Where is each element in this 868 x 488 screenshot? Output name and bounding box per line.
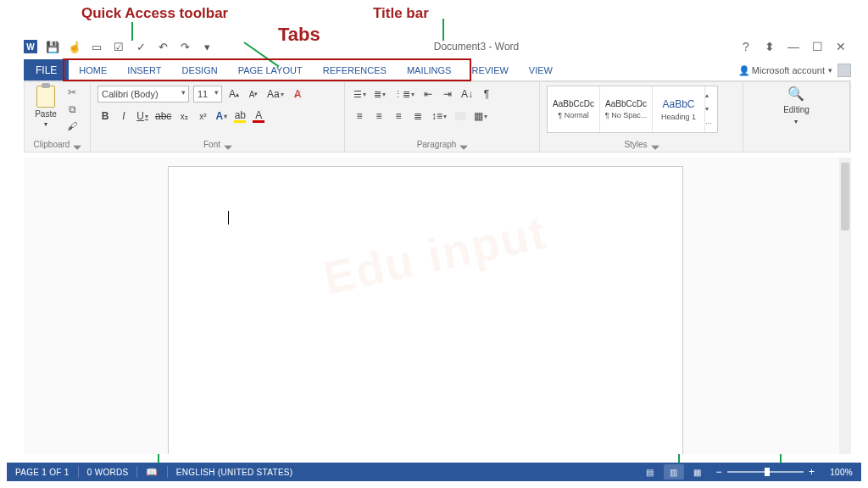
group-editing: 🔍 Editing ▾ bbox=[743, 82, 850, 152]
font-size-dropdown[interactable]: 11 bbox=[193, 86, 222, 103]
tab-mailings[interactable]: MAILINGS bbox=[397, 59, 462, 80]
tab-review[interactable]: REVIEW bbox=[461, 59, 518, 80]
editing-label-text: Editing bbox=[783, 105, 810, 114]
ribbon-display-button[interactable]: ⬍ bbox=[760, 39, 780, 54]
zoom-out-button[interactable]: − bbox=[716, 466, 722, 478]
numbering-button[interactable]: ≣▾ bbox=[372, 86, 387, 103]
qa-touch-mode-button[interactable]: ☝ bbox=[66, 39, 83, 54]
copy-button[interactable]: ⧉ bbox=[65, 103, 79, 116]
align-right-button[interactable]: ≡ bbox=[391, 108, 406, 125]
document-area bbox=[24, 158, 851, 454]
qa-open-button[interactable]: ☑ bbox=[110, 39, 127, 54]
account-icon: 👤 bbox=[738, 65, 748, 75]
font-color-button[interactable]: A bbox=[251, 108, 266, 125]
title-bar: W 💾 ☝ ▭ ☑ ✓ ↶ ↷ ▾ Document3 - Word ? ⬍ —… bbox=[24, 37, 851, 56]
align-center-button[interactable]: ≡ bbox=[371, 108, 387, 125]
word-icon: W bbox=[24, 40, 37, 53]
minimize-button[interactable]: — bbox=[783, 39, 804, 54]
tab-references[interactable]: REFERENCES bbox=[313, 59, 397, 80]
bullets-button[interactable]: ☰▾ bbox=[352, 86, 368, 103]
borders-button[interactable]: ▦▾ bbox=[472, 108, 489, 125]
status-language[interactable]: ENGLISH (UNITED STATES) bbox=[168, 468, 302, 477]
qa-undo-button[interactable]: ↶ bbox=[154, 39, 171, 54]
tab-file[interactable]: FILE bbox=[24, 59, 69, 80]
font-launcher[interactable]: ◢ bbox=[223, 139, 233, 149]
clear-formatting-button[interactable]: A̷ bbox=[290, 86, 305, 103]
tab-insert[interactable]: INSERT bbox=[117, 59, 171, 80]
grow-font-button[interactable]: A▴ bbox=[226, 86, 242, 103]
underline-button[interactable]: U▾ bbox=[135, 108, 150, 125]
view-web-layout-button[interactable]: ▦ bbox=[687, 464, 708, 480]
tab-page-layout[interactable]: PAGE LAYOUT bbox=[228, 59, 313, 80]
highlight-button[interactable]: ab bbox=[232, 108, 248, 125]
maximize-button[interactable]: ☐ bbox=[807, 39, 827, 54]
style-heading1[interactable]: AaBbC Heading 1 bbox=[653, 86, 705, 132]
view-read-mode-button[interactable]: ▤ bbox=[640, 464, 660, 480]
increase-indent-button[interactable]: ⇥ bbox=[440, 86, 455, 103]
status-page[interactable]: PAGE 1 OF 1 bbox=[7, 468, 78, 477]
change-case-button[interactable]: Aa▾ bbox=[265, 86, 286, 103]
subscript-button[interactable]: x₂ bbox=[176, 108, 192, 125]
document-page[interactable] bbox=[168, 166, 683, 454]
text-effects-button[interactable]: A▾ bbox=[214, 108, 229, 125]
help-button[interactable]: ? bbox=[736, 39, 756, 54]
text-cursor bbox=[228, 211, 229, 225]
group-styles: AaBbCcDc ¶ Normal AaBbCcDc ¶ No Spac... … bbox=[540, 82, 743, 152]
strikethrough-button[interactable]: abc bbox=[153, 108, 173, 125]
decrease-indent-button[interactable]: ⇤ bbox=[420, 86, 436, 103]
document-title: Document3 - Word bbox=[220, 41, 732, 53]
show-marks-button[interactable]: ¶ bbox=[479, 86, 494, 103]
zoom-knob[interactable] bbox=[765, 468, 770, 476]
group-clipboard: Paste ▾ ✂ ⧉ 🖌 Clipboard◢ bbox=[25, 82, 91, 152]
tab-design[interactable]: DESIGN bbox=[171, 59, 227, 80]
qa-new-button[interactable]: ▭ bbox=[88, 39, 105, 54]
tab-home[interactable]: HOME bbox=[69, 59, 117, 80]
anno-title-bar: Title bar bbox=[373, 5, 429, 22]
scrollbar-thumb[interactable] bbox=[841, 163, 849, 230]
qa-redo-button[interactable]: ↷ bbox=[176, 39, 193, 54]
styles-gallery[interactable]: AaBbCcDc ¶ Normal AaBbCcDc ¶ No Spac... … bbox=[547, 86, 718, 133]
paste-button[interactable]: Paste ▾ bbox=[31, 86, 60, 128]
superscript-button[interactable]: x² bbox=[195, 108, 210, 125]
line-spacing-button[interactable]: ↕≡▾ bbox=[430, 108, 448, 125]
cut-button[interactable]: ✂ bbox=[65, 86, 79, 99]
vertical-scrollbar[interactable] bbox=[839, 158, 851, 454]
font-name-dropdown[interactable]: Calibri (Body) bbox=[97, 86, 189, 103]
zoom-level[interactable]: 100% bbox=[821, 468, 861, 477]
justify-button[interactable]: ≣ bbox=[410, 108, 426, 125]
group-paragraph: ☰▾ ≣▾ ⋮≣▾ ⇤ ⇥ A↓ ¶ ≡ ≡ ≡ ≣ ↕≡▾ ▦▾ Paragr… bbox=[345, 82, 540, 152]
paste-icon bbox=[36, 86, 55, 108]
shading-button[interactable] bbox=[453, 108, 468, 125]
styles-launcher[interactable]: ◢ bbox=[650, 139, 660, 149]
styles-more-button[interactable]: ▴▾⋯ bbox=[705, 86, 717, 132]
editing-dropdown[interactable]: ▾ bbox=[794, 118, 798, 125]
group-font: Calibri (Body) 11 A▴ A▾ Aa▾ A̷ B I U▾ ab… bbox=[91, 82, 345, 152]
style-normal[interactable]: AaBbCcDc ¶ Normal bbox=[548, 86, 600, 132]
sort-button[interactable]: A↓ bbox=[459, 86, 475, 103]
zoom-track[interactable] bbox=[727, 471, 804, 473]
qa-customize-button[interactable]: ▾ bbox=[198, 39, 215, 54]
anno-quick-access: Quick Access toolbar bbox=[81, 5, 228, 22]
format-painter-button[interactable]: 🖌 bbox=[65, 119, 79, 133]
account-area[interactable]: 👤 Microsoft account ▾ bbox=[738, 59, 851, 80]
tab-view[interactable]: VIEW bbox=[519, 59, 563, 80]
close-button[interactable]: ✕ bbox=[831, 39, 851, 54]
bold-button[interactable]: B bbox=[97, 108, 113, 125]
shrink-font-button[interactable]: A▾ bbox=[246, 86, 261, 103]
status-words[interactable]: 0 WORDS bbox=[79, 468, 137, 477]
view-print-layout-button[interactable]: ▥ bbox=[664, 464, 684, 480]
qa-spellcheck-button[interactable]: ✓ bbox=[132, 39, 149, 54]
status-bar: PAGE 1 OF 1 0 WORDS 📖 ENGLISH (UNITED ST… bbox=[7, 463, 861, 481]
paragraph-launcher[interactable]: ◢ bbox=[459, 139, 470, 149]
status-proofing-icon[interactable]: 📖 bbox=[137, 467, 166, 478]
align-left-button[interactable]: ≡ bbox=[352, 108, 367, 125]
style-no-spacing[interactable]: AaBbCcDc ¶ No Spac... bbox=[600, 86, 653, 132]
clipboard-launcher[interactable]: ◢ bbox=[73, 139, 83, 149]
italic-button[interactable]: I bbox=[116, 108, 131, 125]
qa-save-button[interactable]: 💾 bbox=[44, 39, 61, 54]
find-icon[interactable]: 🔍 bbox=[787, 86, 804, 102]
zoom-in-button[interactable]: + bbox=[809, 466, 815, 478]
multilevel-button[interactable]: ⋮≣▾ bbox=[392, 86, 416, 103]
ribbon: Paste ▾ ✂ ⧉ 🖌 Clipboard◢ Calibri (Body) … bbox=[24, 81, 851, 152]
zoom-slider[interactable]: − + bbox=[709, 466, 822, 478]
